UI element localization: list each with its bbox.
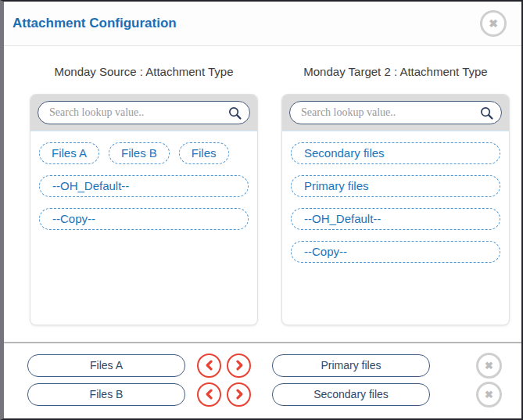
target-panel-heading: Monday Target 2 : Attachment Type [281,65,510,78]
remove-mapping-icon[interactable]: ✖ [476,353,502,379]
chip-files-b[interactable]: Files B [109,142,170,164]
mapping-arrows [197,382,251,407]
panels-container: Monday Source : Attachment Type Files A … [4,46,521,342]
mapping-source-value[interactable]: Files B [27,383,185,406]
chevron-left-icon[interactable] [197,382,221,407]
source-search-strip [30,95,257,131]
target-search-input[interactable] [301,106,473,119]
target-lookup-card: Secondary files Primary files --OH_Defau… [281,94,510,325]
target-search-box [289,101,502,124]
source-lookup-card: Files A Files B Files --OH_Default-- --C… [30,94,258,325]
mapping-target-value[interactable]: Primary files [272,354,430,377]
mapping-arrows [197,354,251,378]
chevron-left-icon[interactable] [197,354,221,378]
mapping-target-value[interactable]: Secondary files [272,383,430,406]
mapping-source-value[interactable]: Files A [27,354,185,377]
chip-primary-files[interactable]: Primary files [291,175,500,197]
source-search-input[interactable] [49,106,221,119]
source-chip-list: Files A Files B Files --OH_Default-- --C… [30,131,257,325]
dialog-header: Attachment Configuration ✖ [4,2,521,46]
chip-files-a[interactable]: Files A [39,142,99,164]
source-panel: Monday Source : Attachment Type Files A … [30,60,258,342]
remove-mapping-icon[interactable]: ✖ [476,382,502,407]
search-icon [227,106,242,120]
attachment-configuration-dialog: Attachment Configuration ✖ Monday Source… [0,0,523,420]
source-search-box [38,101,250,124]
chip-copy-target[interactable]: --Copy-- [291,241,500,263]
chip-oh-default-target[interactable]: --OH_Default-- [291,208,500,230]
mapping-row: Files A Primary files ✖ [4,354,521,377]
mapping-row: Files B Secondary files ✖ [4,382,521,406]
chip-secondary-files[interactable]: Secondary files [291,142,500,164]
chevron-right-icon[interactable] [227,354,251,378]
search-icon [479,106,494,120]
chip-files[interactable]: Files [179,142,229,164]
target-chip-list: Secondary files Primary files --OH_Defau… [282,131,509,325]
close-icon[interactable]: ✖ [480,10,507,37]
source-panel-heading: Monday Source : Attachment Type [30,65,258,78]
target-panel: Monday Target 2 : Attachment Type Second… [281,60,510,342]
mapping-footer: Files A Primary files ✖ Files B [4,342,521,418]
dialog-title: Attachment Configuration [13,16,177,31]
chip-copy-source[interactable]: --Copy-- [39,208,249,230]
chevron-right-icon[interactable] [227,382,251,407]
chip-oh-default-source[interactable]: --OH_Default-- [39,175,249,197]
target-search-strip [282,95,509,131]
